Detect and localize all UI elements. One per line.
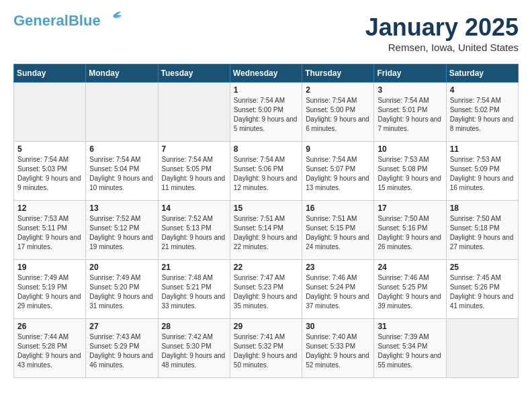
sunrise-label: Sunrise: 7:42 AM (162, 333, 213, 340)
sunset-label: Sunset: 5:13 PM (162, 224, 212, 232)
table-row: 1 Sunrise: 7:54 AM Sunset: 5:00 PM Dayli… (230, 83, 302, 142)
day-number: 23 (306, 263, 370, 272)
table-row: 4 Sunrise: 7:54 AM Sunset: 5:02 PM Dayli… (446, 83, 518, 142)
cell-content: Sunrise: 7:51 AM Sunset: 5:15 PM Dayligh… (306, 214, 370, 252)
cell-content: Sunrise: 7:53 AM Sunset: 5:11 PM Dayligh… (17, 214, 82, 252)
header-sunday: Sunday (14, 64, 86, 83)
sunset-label: Sunset: 5:24 PM (306, 283, 355, 291)
table-row (86, 83, 158, 142)
sunset-label: Sunset: 5:20 PM (89, 283, 139, 291)
sunrise-label: Sunrise: 7:46 AM (306, 274, 357, 281)
sunrise-label: Sunrise: 7:50 AM (378, 215, 429, 222)
sunset-label: Sunset: 5:29 PM (89, 342, 139, 350)
daylight-label: Daylight: 9 hours and 12 minutes. (234, 175, 298, 191)
day-number: 27 (89, 322, 154, 331)
sunrise-label: Sunrise: 7:54 AM (378, 97, 429, 104)
table-row: 27 Sunrise: 7:43 AM Sunset: 5:29 PM Dayl… (86, 319, 158, 378)
daylight-label: Daylight: 9 hours and 35 minutes. (234, 293, 298, 310)
sunrise-label: Sunrise: 7:54 AM (306, 97, 357, 104)
sunset-label: Sunset: 5:00 PM (234, 106, 283, 113)
daylight-label: Daylight: 9 hours and 26 minutes. (378, 234, 441, 250)
daylight-label: Daylight: 9 hours and 10 minutes. (89, 175, 153, 191)
day-number: 30 (306, 322, 370, 331)
sunrise-label: Sunrise: 7:54 AM (17, 156, 69, 163)
sunrise-label: Sunrise: 7:54 AM (306, 156, 357, 163)
daylight-label: Daylight: 9 hours and 39 minutes. (378, 293, 441, 310)
cell-content: Sunrise: 7:43 AM Sunset: 5:29 PM Dayligh… (89, 332, 154, 370)
table-row: 28 Sunrise: 7:42 AM Sunset: 5:30 PM Dayl… (158, 319, 230, 378)
calendar-table: Sunday Monday Tuesday Wednesday Thursday… (13, 64, 519, 378)
cell-content: Sunrise: 7:50 AM Sunset: 5:16 PM Dayligh… (378, 214, 442, 252)
sunset-label: Sunset: 5:14 PM (234, 224, 283, 232)
cell-content: Sunrise: 7:48 AM Sunset: 5:21 PM Dayligh… (162, 273, 226, 311)
day-number: 24 (378, 263, 442, 272)
sunset-label: Sunset: 5:02 PM (450, 106, 500, 113)
table-row: 26 Sunrise: 7:44 AM Sunset: 5:28 PM Dayl… (14, 319, 86, 378)
sunrise-label: Sunrise: 7:51 AM (306, 215, 357, 222)
logo-bird-icon (102, 11, 124, 26)
daylight-label: Daylight: 9 hours and 41 minutes. (450, 293, 514, 310)
sunset-label: Sunset: 5:28 PM (17, 342, 67, 350)
daylight-label: Daylight: 9 hours and 15 minutes. (378, 175, 441, 191)
daylight-label: Daylight: 9 hours and 11 minutes. (162, 175, 226, 191)
cell-content: Sunrise: 7:53 AM Sunset: 5:08 PM Dayligh… (378, 155, 442, 193)
sunrise-label: Sunrise: 7:43 AM (89, 333, 140, 340)
sunset-label: Sunset: 5:12 PM (89, 224, 139, 232)
table-row: 30 Sunrise: 7:40 AM Sunset: 5:33 PM Dayl… (302, 319, 374, 378)
daylight-label: Daylight: 9 hours and 50 minutes. (234, 352, 298, 369)
cell-content: Sunrise: 7:47 AM Sunset: 5:23 PM Dayligh… (234, 273, 298, 311)
cell-content: Sunrise: 7:42 AM Sunset: 5:30 PM Dayligh… (162, 332, 226, 370)
sunset-label: Sunset: 5:05 PM (162, 165, 212, 173)
daylight-label: Daylight: 9 hours and 29 minutes. (17, 293, 81, 310)
cell-content: Sunrise: 7:46 AM Sunset: 5:25 PM Dayligh… (378, 273, 442, 311)
sunrise-label: Sunrise: 7:52 AM (89, 215, 140, 222)
logo-text: GeneralBlue (13, 13, 101, 28)
daylight-label: Daylight: 9 hours and 8 minutes. (450, 116, 514, 132)
cell-content: Sunrise: 7:49 AM Sunset: 5:19 PM Dayligh… (17, 273, 82, 311)
header-tuesday: Tuesday (158, 64, 230, 83)
day-number: 21 (162, 263, 226, 272)
cell-content: Sunrise: 7:46 AM Sunset: 5:24 PM Dayligh… (306, 273, 370, 311)
logo: GeneralBlue (13, 13, 124, 28)
day-number: 2 (306, 85, 370, 95)
table-row: 3 Sunrise: 7:54 AM Sunset: 5:01 PM Dayli… (374, 83, 446, 142)
table-row (158, 83, 230, 142)
header-monday: Monday (86, 64, 158, 83)
day-number: 16 (306, 203, 370, 213)
day-number: 4 (450, 85, 515, 95)
sunrise-label: Sunrise: 7:54 AM (450, 97, 501, 104)
table-row: 31 Sunrise: 7:39 AM Sunset: 5:34 PM Dayl… (374, 319, 446, 378)
sunset-label: Sunset: 5:04 PM (89, 165, 139, 173)
calendar-week-1: 5 Sunrise: 7:54 AM Sunset: 5:03 PM Dayli… (14, 142, 519, 201)
sunset-label: Sunset: 5:30 PM (162, 342, 212, 350)
daylight-label: Daylight: 9 hours and 5 minutes. (234, 116, 298, 132)
cell-content: Sunrise: 7:49 AM Sunset: 5:20 PM Dayligh… (89, 273, 154, 311)
logo-general: General (13, 12, 69, 29)
table-row: 10 Sunrise: 7:53 AM Sunset: 5:08 PM Dayl… (374, 142, 446, 201)
sunrise-label: Sunrise: 7:53 AM (378, 156, 429, 163)
sunrise-label: Sunrise: 7:46 AM (378, 274, 429, 281)
sunset-label: Sunset: 5:00 PM (306, 106, 355, 113)
day-number: 12 (17, 203, 82, 213)
daylight-label: Daylight: 9 hours and 24 minutes. (306, 234, 369, 250)
day-number: 6 (89, 144, 154, 154)
daylight-label: Daylight: 9 hours and 33 minutes. (162, 293, 226, 310)
table-row: 14 Sunrise: 7:52 AM Sunset: 5:13 PM Dayl… (158, 201, 230, 260)
day-number: 17 (378, 203, 442, 213)
sunrise-label: Sunrise: 7:40 AM (306, 333, 357, 340)
cell-content: Sunrise: 7:50 AM Sunset: 5:18 PM Dayligh… (450, 214, 515, 252)
table-row: 6 Sunrise: 7:54 AM Sunset: 5:04 PM Dayli… (86, 142, 158, 201)
daylight-label: Daylight: 9 hours and 22 minutes. (234, 234, 298, 250)
sunrise-label: Sunrise: 7:51 AM (234, 215, 285, 222)
cell-content: Sunrise: 7:52 AM Sunset: 5:13 PM Dayligh… (162, 214, 226, 252)
day-number: 3 (378, 85, 442, 95)
logo-blue: Blue (69, 12, 101, 29)
day-number: 11 (450, 144, 515, 154)
daylight-label: Daylight: 9 hours and 7 minutes. (378, 116, 441, 132)
table-row: 22 Sunrise: 7:47 AM Sunset: 5:23 PM Dayl… (230, 260, 302, 319)
table-row: 15 Sunrise: 7:51 AM Sunset: 5:14 PM Dayl… (230, 201, 302, 260)
table-row: 5 Sunrise: 7:54 AM Sunset: 5:03 PM Dayli… (14, 142, 86, 201)
cell-content: Sunrise: 7:51 AM Sunset: 5:14 PM Dayligh… (234, 214, 298, 252)
cell-content: Sunrise: 7:54 AM Sunset: 5:06 PM Dayligh… (234, 155, 298, 193)
table-row: 11 Sunrise: 7:53 AM Sunset: 5:09 PM Dayl… (446, 142, 518, 201)
